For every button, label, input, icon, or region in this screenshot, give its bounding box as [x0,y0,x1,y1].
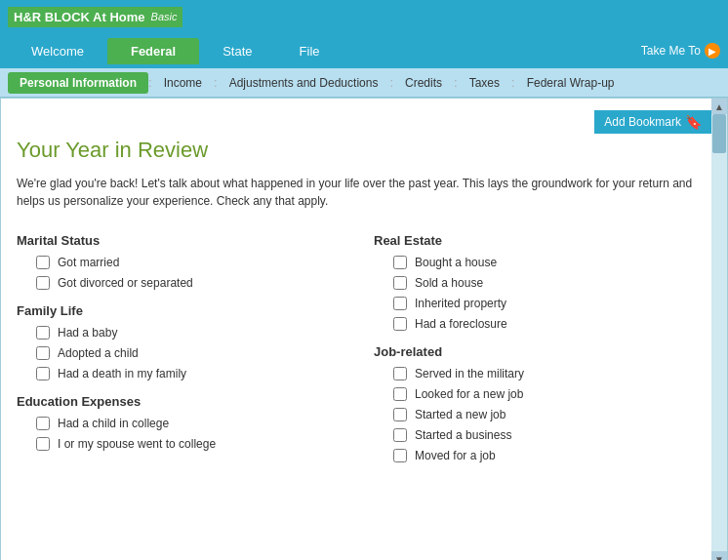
had-baby-checkbox[interactable] [36,326,50,340]
tab-welcome[interactable]: Welcome [8,38,107,64]
job-related-section: Job-related Served in the military Looke… [374,344,711,462]
list-item: Moved for a job [393,449,711,462]
sub-nav: Personal Information : Income : Adjustme… [0,68,728,98]
sold-house-checkbox[interactable] [393,276,407,290]
nav-bar: Welcome Federal State File Take Me To ▶ [0,33,728,68]
list-item: Served in the military [393,367,711,380]
sub-nav-adjustments-deductions[interactable]: Adjustments and Deductions [218,72,390,94]
logo-box: H&R BLOCK At Home Basic [8,7,182,27]
list-item: Had a baby [36,326,354,340]
take-me-to-arrow-icon: ▶ [705,43,720,59]
education-title: Education Expenses [17,394,354,409]
looked-new-job-label: Looked for a new job [415,387,523,401]
adopted-child-checkbox[interactable] [36,346,50,360]
bought-house-checkbox[interactable] [393,256,407,269]
take-me-to-label: Take Me To [641,44,701,58]
list-item: Got divorced or separated [36,276,354,290]
main-content: Add Bookmark 🔖 Your Year in Review We're… [0,98,728,560]
moved-job-label: Moved for a job [415,449,496,462]
child-college-checkbox[interactable] [36,417,50,430]
page-title: Your Year in Review [17,138,711,163]
tab-state[interactable]: State [199,38,275,64]
right-column: Real Estate Bought a house Sold a house … [374,229,711,476]
left-column: Marital Status Got married Got divorced … [17,229,354,476]
intro-text: We're glad you're back! Let's talk about… [17,175,711,210]
sub-nav-personal-information[interactable]: Personal Information [8,72,148,94]
list-item: Bought a house [393,256,711,269]
started-new-job-checkbox[interactable] [393,408,407,421]
scrollbar[interactable]: ▲ ▼ [711,99,727,560]
bookmark-flag-icon: 🔖 [685,114,702,130]
list-item: Started a new job [393,408,711,421]
logo-style: Basic [151,11,178,22]
sub-nav-income[interactable]: Income [152,72,214,94]
marital-status-section: Marital Status Got married Got divorced … [17,233,354,290]
tab-file[interactable]: File [276,38,344,64]
real-estate-section: Real Estate Bought a house Sold a house … [374,233,711,331]
nav-tabs: Welcome Federal State File [8,38,344,64]
started-business-checkbox[interactable] [393,428,407,442]
tab-federal[interactable]: Federal [107,38,199,64]
app-header: H&R BLOCK At Home Basic [0,0,728,33]
list-item: Had a death in my family [36,367,354,380]
list-item: Looked for a new job [393,387,711,401]
scroll-down-button[interactable]: ▼ [711,551,727,560]
scroll-up-button[interactable]: ▲ [711,99,727,114]
real-estate-title: Real Estate [374,233,711,248]
columns: Marital Status Got married Got divorced … [17,229,711,476]
job-related-title: Job-related [374,344,711,359]
family-life-title: Family Life [17,303,354,318]
list-item: Had a foreclosure [393,317,711,331]
family-life-section: Family Life Had a baby Adopted a child H… [17,303,354,380]
list-item: Got married [36,256,354,269]
moved-job-checkbox[interactable] [393,449,407,462]
scroll-thumb[interactable] [712,114,726,153]
had-death-checkbox[interactable] [36,367,50,380]
started-new-job-label: Started a new job [415,408,506,421]
list-item: I or my spouse went to college [36,437,354,451]
had-foreclosure-label: Had a foreclosure [415,317,507,331]
spouse-college-checkbox[interactable] [36,437,50,451]
list-item: Sold a house [393,276,711,290]
military-checkbox[interactable] [393,367,407,380]
add-bookmark-button[interactable]: Add Bookmark 🔖 [594,110,711,134]
looked-new-job-checkbox[interactable] [393,387,407,401]
sub-nav-federal-wrap-up[interactable]: Federal Wrap-up [515,72,627,94]
list-item: Had a child in college [36,417,354,430]
started-business-label: Started a business [415,428,511,442]
logo-main: H&R BLOCK At Home [14,10,145,24]
spouse-college-label: I or my spouse went to college [58,437,216,451]
had-foreclosure-checkbox[interactable] [393,317,407,331]
got-married-label: Got married [58,256,119,269]
had-baby-label: Had a baby [58,326,117,340]
got-divorced-label: Got divorced or separated [58,276,193,290]
education-expenses-section: Education Expenses Had a child in colleg… [17,394,354,451]
got-divorced-checkbox[interactable] [36,276,50,290]
bought-house-label: Bought a house [415,256,497,269]
adopted-child-label: Adopted a child [58,346,139,360]
sold-house-label: Sold a house [415,276,483,290]
had-death-label: Had a death in my family [58,367,186,380]
sub-nav-taxes[interactable]: Taxes [458,72,511,94]
inherited-property-checkbox[interactable] [393,297,407,310]
marital-status-title: Marital Status [17,233,354,248]
sub-nav-credits[interactable]: Credits [393,72,454,94]
got-married-checkbox[interactable] [36,256,50,269]
list-item: Started a business [393,428,711,442]
take-me-to[interactable]: Take Me To ▶ [641,43,720,59]
military-label: Served in the military [415,367,524,380]
bookmark-label: Add Bookmark [604,115,681,129]
bookmark-area: Add Bookmark 🔖 [17,110,711,134]
list-item: Inherited property [393,297,711,310]
inherited-property-label: Inherited property [415,297,506,310]
list-item: Adopted a child [36,346,354,360]
scroll-track[interactable] [711,114,727,551]
child-college-label: Had a child in college [58,417,169,430]
